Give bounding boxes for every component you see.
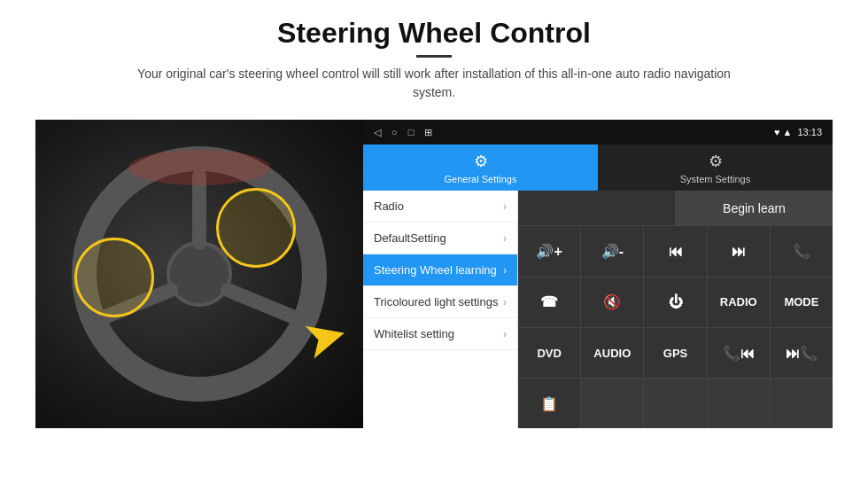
phone-prev-button[interactable]: 📞⏮ <box>708 328 771 378</box>
menu-panel: Radio › DefaultSetting › Steering Wheel … <box>363 191 518 428</box>
empty-btn-5 <box>771 379 833 428</box>
chevron-icon: › <box>503 232 507 245</box>
steering-wheel-image: ➤ <box>35 120 363 428</box>
menu-item-default-label: DefaultSetting <box>374 231 446 245</box>
menu-item-whitelist-label: Whitelist setting <box>374 327 454 340</box>
list-icon: 📋 <box>540 395 558 412</box>
power-icon: ⏻ <box>669 294 683 310</box>
menu-item-steering-wheel[interactable]: Steering Wheel learning › <box>363 254 517 286</box>
steering-bg: ➤ <box>35 120 363 428</box>
gps-label: GPS <box>663 347 687 360</box>
chevron-icon: › <box>503 296 507 309</box>
empty-btn-3 <box>644 379 707 428</box>
menu-icon[interactable]: ⊞ <box>424 127 432 138</box>
begin-learn-button[interactable]: Begin learn <box>676 191 833 225</box>
power-button[interactable]: ⏻ <box>644 277 707 327</box>
page-subtitle: Your original car's steering wheel contr… <box>115 65 753 102</box>
svg-point-5 <box>128 150 270 185</box>
empty-btn-4 <box>708 379 771 428</box>
vol-up-button[interactable]: 🔊+ <box>518 226 581 276</box>
phone-button[interactable]: 📞 <box>771 226 833 276</box>
radio-button[interactable]: RADIO <box>708 277 771 327</box>
chevron-icon: › <box>503 264 507 277</box>
next-track-button[interactable]: ⏭ <box>708 226 771 276</box>
page-title: Steering Wheel Control <box>115 16 753 50</box>
menu-item-tricoloured[interactable]: Tricoloured light settings › <box>363 286 517 318</box>
content-area: ➤ ◁ ○ □ ⊞ ♥ ▲ 13:13 ⚙ <box>35 120 833 428</box>
ctrl-row-4: 📋 <box>518 379 833 428</box>
status-left-icons: ◁ ○ □ ⊞ <box>374 127 432 138</box>
ctrl-row-1: 🔊+ 🔊- ⏮ ⏭ 📞 <box>518 226 833 277</box>
vol-down-icon: 🔊- <box>601 243 624 260</box>
phone-next-button[interactable]: ⏭📞 <box>771 328 833 378</box>
mode-button[interactable]: MODE <box>771 277 833 327</box>
menu-item-steering-label: Steering Wheel learning <box>374 263 497 277</box>
menu-item-default-setting[interactable]: DefaultSetting › <box>363 223 517 254</box>
tab-general-label: General Settings <box>445 174 517 184</box>
dvd-label: DVD <box>537 347 561 360</box>
status-right-info: ♥ ▲ 13:13 <box>774 127 822 137</box>
prev-icon: ⏮ <box>669 244 683 260</box>
home-icon[interactable]: ○ <box>391 127 398 137</box>
general-settings-icon: ⚙ <box>474 152 488 171</box>
menu-item-whitelist[interactable]: Whitelist setting › <box>363 318 517 350</box>
next-icon: ⏭ <box>732 244 746 260</box>
radio-label: RADIO <box>720 295 757 309</box>
page-wrapper: Steering Wheel Control Your original car… <box>0 0 868 500</box>
prev-track-button[interactable]: ⏮ <box>644 226 707 276</box>
answer-icon: ☎ <box>540 293 558 310</box>
vol-down-button[interactable]: 🔊- <box>581 226 644 276</box>
highlight-circle-left <box>74 238 154 317</box>
list-button[interactable]: 📋 <box>518 379 581 428</box>
tab-system-settings[interactable]: ⚙ System Settings <box>598 145 833 191</box>
mode-label: MODE <box>784 295 818 309</box>
tab-system-label: System Settings <box>680 174 750 184</box>
phone-icon: 📞 <box>793 243 810 260</box>
controls-panel: Begin learn 🔊+ 🔊- <box>518 191 833 428</box>
empty-btn-2 <box>581 379 644 428</box>
empty-input-box <box>518 191 676 225</box>
menu-item-radio-label: Radio <box>374 199 404 213</box>
phone-next-icon: ⏭📞 <box>786 345 818 362</box>
phone-prev-icon: 📞⏮ <box>723 345 755 362</box>
status-bar: ◁ ○ □ ⊞ ♥ ▲ 13:13 <box>363 120 833 145</box>
title-section: Steering Wheel Control Your original car… <box>115 16 753 113</box>
title-divider <box>416 55 452 58</box>
ctrl-row-3: DVD AUDIO GPS 📞⏮ <box>518 328 833 379</box>
top-row: Begin learn <box>518 191 833 226</box>
tab-bar: ⚙ General Settings ⚙ System Settings <box>363 145 833 191</box>
android-ui: ◁ ○ □ ⊞ ♥ ▲ 13:13 ⚙ General Settings ⚙ <box>363 120 833 428</box>
dvd-button[interactable]: DVD <box>518 328 581 378</box>
tab-general-settings[interactable]: ⚙ General Settings <box>363 145 598 191</box>
controls-grid: 🔊+ 🔊- ⏮ ⏭ 📞 <box>518 226 833 428</box>
back-icon[interactable]: ◁ <box>374 127 381 138</box>
system-settings-icon: ⚙ <box>709 152 723 171</box>
signal-icon: ♥ ▲ <box>774 127 792 137</box>
ctrl-row-2: ☎ 🔇 ⏻ RADIO MOD <box>518 277 833 328</box>
vol-up-icon: 🔊+ <box>536 243 562 260</box>
audio-button[interactable]: AUDIO <box>581 328 644 378</box>
mute-icon: 🔇 <box>603 293 621 310</box>
menu-item-radio[interactable]: Radio › <box>363 191 517 223</box>
chevron-icon: › <box>503 200 507 213</box>
main-content: Radio › DefaultSetting › Steering Wheel … <box>363 191 833 428</box>
answer-button[interactable]: ☎ <box>518 277 581 327</box>
svg-line-4 <box>228 290 297 318</box>
mute-button[interactable]: 🔇 <box>581 277 644 327</box>
audio-label: AUDIO <box>593 347 631 360</box>
recent-icon[interactable]: □ <box>408 127 415 137</box>
highlight-circle-right <box>216 188 296 268</box>
chevron-icon: › <box>503 328 507 340</box>
gps-button[interactable]: GPS <box>644 328 707 378</box>
svg-point-1 <box>168 243 230 305</box>
clock: 13:13 <box>797 127 822 137</box>
menu-item-tricoloured-label: Tricoloured light settings <box>374 295 498 309</box>
